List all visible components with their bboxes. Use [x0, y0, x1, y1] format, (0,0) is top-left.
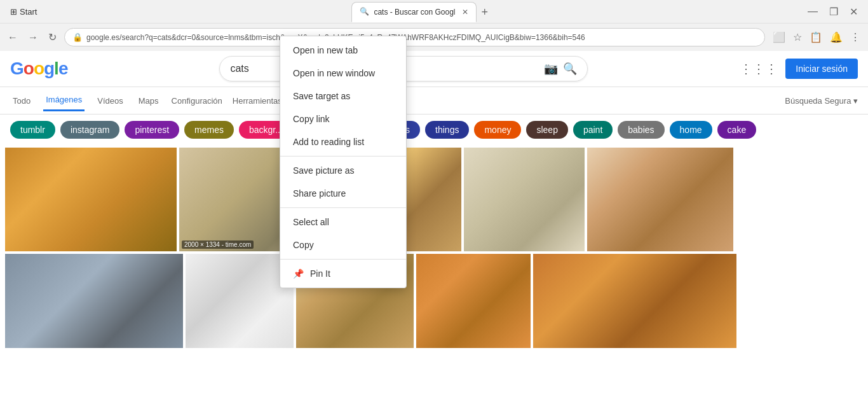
close-window-button[interactable]: ✕ — [844, 3, 863, 20]
chip-pinterest[interactable]: pinterest — [125, 121, 179, 139]
chip-instagram[interactable]: instagram — [60, 121, 119, 139]
maximize-button[interactable]: ❐ — [824, 3, 843, 20]
google-apps-button[interactable]: ⋮⋮⋮ — [740, 61, 778, 76]
signin-button[interactable]: Iniciar sesión — [785, 59, 858, 79]
context-copy[interactable]: Copy — [280, 233, 406, 256]
bookmark-button[interactable]: ☆ — [790, 29, 804, 46]
context-pin-it[interactable]: 📌 Pin It — [280, 262, 406, 285]
image-grid-row2 — [0, 254, 868, 351]
context-add-reading-list[interactable]: Add to reading list — [280, 130, 406, 153]
image-label: 2000 × 1334 - time.com — [182, 240, 254, 249]
pinterest-pin-icon: 📌 — [293, 268, 304, 279]
tab-close-button[interactable]: ✕ — [462, 8, 468, 17]
back-button[interactable]: ← — [5, 29, 20, 46]
start-label: Start — [20, 7, 37, 17]
share-picture-label: Share picture — [293, 188, 346, 198]
open-new-window-label: Open in new window — [293, 68, 375, 78]
herramientas-link[interactable]: Herramientas — [233, 96, 282, 106]
image-thumb-6[interactable] — [5, 254, 183, 348]
search-nav: Todo Imágenes Vídeos Maps Configuración … — [0, 87, 868, 115]
settings-button[interactable]: ⋮ — [848, 29, 863, 46]
image-thumb-1[interactable] — [5, 148, 177, 251]
chip-paint[interactable]: paint — [573, 121, 613, 139]
tab-bar: 🔍 cats - Buscar con Googl ✕ + — [351, 2, 493, 22]
reader-view-button[interactable]: ⬜ — [770, 29, 788, 46]
search-nav-right: Búsqueda Segura ▾ — [785, 96, 858, 106]
nav-item-videos[interactable]: Vídeos — [95, 91, 125, 111]
google-header: Google 📷 🔍 ⋮⋮⋮ Iniciar sesión — [0, 51, 868, 87]
pin-it-label: Pin It — [310, 268, 330, 279]
new-tab-button[interactable]: + — [477, 3, 494, 22]
context-save-picture-as[interactable]: Save picture as — [280, 159, 406, 182]
title-bar: ⊞ Start 🔍 cats - Buscar con Googl ✕ + — … — [0, 0, 868, 23]
busqueda-segura-arrow: ▾ — [853, 96, 858, 106]
window-controls: — ❐ ✕ — [803, 3, 863, 20]
image-thumb-9[interactable] — [416, 254, 531, 348]
chip-memes[interactable]: memes — [184, 121, 234, 139]
google-header-right: ⋮⋮⋮ Iniciar sesión — [740, 59, 858, 79]
chip-money[interactable]: money — [474, 121, 521, 139]
image-thumb-4[interactable] — [464, 148, 585, 251]
nav-item-maps[interactable]: Maps — [136, 91, 161, 111]
search-icons: 📷 🔍 — [544, 62, 577, 76]
nav-item-imagenes[interactable]: Imágenes — [43, 90, 85, 111]
context-save-target-as[interactable]: Save target as — [280, 85, 406, 108]
hub-button[interactable]: 📋 — [807, 29, 825, 46]
image-search-button[interactable]: 📷 — [544, 62, 558, 76]
chip-things[interactable]: things — [425, 121, 469, 139]
browser-chrome: ⊞ Start 🔍 cats - Buscar con Googl ✕ + — … — [0, 0, 868, 51]
chip-babies[interactable]: babies — [618, 121, 664, 139]
search-nav-left: Todo Imágenes Vídeos Maps Configuración … — [10, 90, 282, 111]
context-divider-3 — [280, 259, 406, 260]
tab-label: cats - Buscar con Googl — [374, 8, 455, 17]
tab-favicon: 🔍 — [360, 7, 370, 17]
address-bar[interactable]: 🔒 google.es/search?q=cats&dcr=0&source=l… — [64, 28, 765, 46]
image-thumb-7[interactable] — [186, 254, 294, 348]
context-open-new-window[interactable]: Open in new window — [280, 62, 406, 85]
nav-bar: ← → ↻ 🔒 google.es/search?q=cats&dcr=0&so… — [0, 23, 868, 51]
nav-right-icons: ⬜ ☆ 📋 🔔 ⋮ — [770, 29, 863, 46]
image-grid-row1: 2000 × 1334 - time.com — [0, 145, 868, 254]
chip-tumblr[interactable]: tumblr — [10, 121, 55, 139]
google-page: Google 📷 🔍 ⋮⋮⋮ Iniciar sesión Todo Imáge… — [0, 51, 868, 351]
copy-link-label: Copy link — [293, 114, 330, 124]
title-bar-left: ⊞ Start — [5, 4, 42, 19]
minimize-button[interactable]: — — [803, 3, 823, 20]
active-tab[interactable]: 🔍 cats - Buscar con Googl ✕ — [351, 2, 476, 22]
google-logo: Google — [10, 59, 67, 79]
context-divider-2 — [280, 207, 406, 208]
chip-sleep[interactable]: sleep — [526, 121, 567, 139]
chip-home[interactable]: home — [670, 121, 712, 139]
save-picture-as-label: Save picture as — [293, 165, 355, 176]
context-divider-1 — [280, 156, 406, 157]
copy-label: Copy — [293, 240, 314, 250]
refresh-button[interactable]: ↻ — [46, 29, 59, 46]
select-all-label: Select all — [293, 217, 329, 227]
add-reading-list-label: Add to reading list — [293, 137, 364, 147]
configuracion-link[interactable]: Configuración — [172, 96, 222, 106]
context-copy-link[interactable]: Copy link — [280, 108, 406, 130]
nav-item-todo[interactable]: Todo — [10, 91, 33, 111]
address-text: google.es/search?q=cats&dcr=0&source=lnm… — [86, 33, 757, 42]
lock-icon: 🔒 — [72, 32, 83, 42]
open-new-tab-label: Open in new tab — [293, 45, 358, 55]
filter-chips: tumblr instagram pinterest memes backgr.… — [0, 115, 868, 145]
forward-button[interactable]: → — [25, 29, 41, 46]
context-open-new-tab[interactable]: Open in new tab — [280, 39, 406, 62]
search-button[interactable]: 🔍 — [563, 62, 577, 76]
busqueda-segura-label: Búsqueda Segura — [785, 96, 851, 106]
context-select-all[interactable]: Select all — [280, 211, 406, 233]
start-button[interactable]: ⊞ Start — [5, 4, 42, 19]
context-menu: Open in new tab Open in new window Save … — [280, 36, 407, 288]
notifications-button[interactable]: 🔔 — [827, 29, 845, 46]
image-thumb-5[interactable] — [587, 148, 733, 251]
context-share-picture[interactable]: Share picture — [280, 182, 406, 205]
save-target-as-label: Save target as — [293, 91, 350, 101]
start-icon: ⊞ — [10, 7, 17, 17]
image-thumb-10[interactable] — [533, 254, 736, 348]
chip-cake[interactable]: cake — [717, 121, 757, 139]
